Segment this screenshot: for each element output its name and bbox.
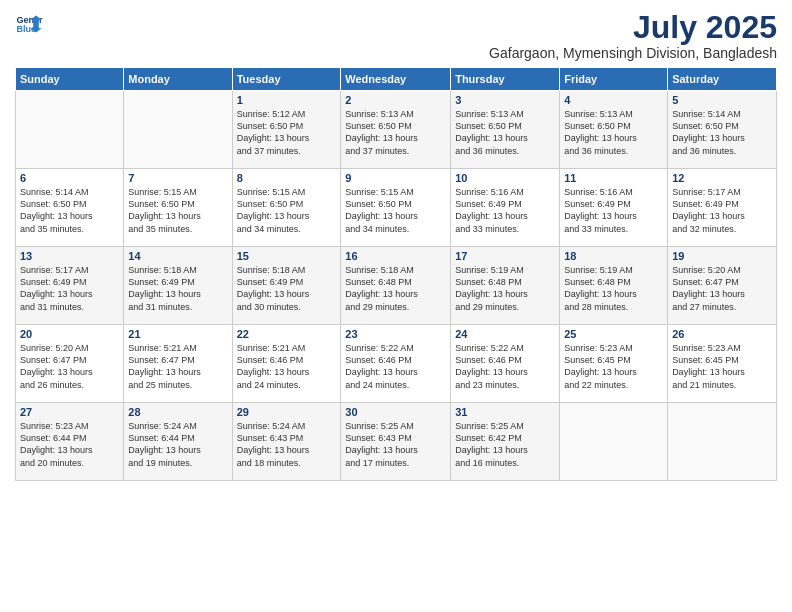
day-cell: 15Sunrise: 5:18 AM Sunset: 6:49 PM Dayli… (232, 247, 341, 325)
day-detail: Sunrise: 5:15 AM Sunset: 6:50 PM Dayligh… (237, 186, 337, 235)
day-number: 3 (455, 94, 555, 106)
day-cell: 13Sunrise: 5:17 AM Sunset: 6:49 PM Dayli… (16, 247, 124, 325)
logo-icon: General Blue (15, 10, 43, 38)
day-cell: 19Sunrise: 5:20 AM Sunset: 6:47 PM Dayli… (668, 247, 777, 325)
page: General Blue July 2025 Gafargaon, Mymens… (0, 0, 792, 612)
day-number: 14 (128, 250, 227, 262)
day-detail: Sunrise: 5:23 AM Sunset: 6:45 PM Dayligh… (564, 342, 663, 391)
day-detail: Sunrise: 5:23 AM Sunset: 6:44 PM Dayligh… (20, 420, 119, 469)
day-cell: 12Sunrise: 5:17 AM Sunset: 6:49 PM Dayli… (668, 169, 777, 247)
title-block: July 2025 Gafargaon, Mymensingh Division… (489, 10, 777, 61)
day-number: 6 (20, 172, 119, 184)
day-cell: 20Sunrise: 5:20 AM Sunset: 6:47 PM Dayli… (16, 325, 124, 403)
day-number: 19 (672, 250, 772, 262)
day-number: 11 (564, 172, 663, 184)
day-detail: Sunrise: 5:14 AM Sunset: 6:50 PM Dayligh… (672, 108, 772, 157)
week-row-4: 27Sunrise: 5:23 AM Sunset: 6:44 PM Dayli… (16, 403, 777, 481)
day-number: 18 (564, 250, 663, 262)
day-cell (124, 91, 232, 169)
main-title: July 2025 (489, 10, 777, 45)
weekday-thursday: Thursday (451, 68, 560, 91)
day-detail: Sunrise: 5:18 AM Sunset: 6:48 PM Dayligh… (345, 264, 446, 313)
day-number: 17 (455, 250, 555, 262)
week-row-2: 13Sunrise: 5:17 AM Sunset: 6:49 PM Dayli… (16, 247, 777, 325)
day-number: 4 (564, 94, 663, 106)
day-cell (668, 403, 777, 481)
day-cell: 31Sunrise: 5:25 AM Sunset: 6:42 PM Dayli… (451, 403, 560, 481)
weekday-saturday: Saturday (668, 68, 777, 91)
day-number: 13 (20, 250, 119, 262)
day-cell: 1Sunrise: 5:12 AM Sunset: 6:50 PM Daylig… (232, 91, 341, 169)
day-number: 7 (128, 172, 227, 184)
day-number: 25 (564, 328, 663, 340)
day-cell: 10Sunrise: 5:16 AM Sunset: 6:49 PM Dayli… (451, 169, 560, 247)
day-number: 1 (237, 94, 337, 106)
day-detail: Sunrise: 5:14 AM Sunset: 6:50 PM Dayligh… (20, 186, 119, 235)
day-detail: Sunrise: 5:15 AM Sunset: 6:50 PM Dayligh… (128, 186, 227, 235)
day-detail: Sunrise: 5:22 AM Sunset: 6:46 PM Dayligh… (345, 342, 446, 391)
day-number: 8 (237, 172, 337, 184)
day-cell: 22Sunrise: 5:21 AM Sunset: 6:46 PM Dayli… (232, 325, 341, 403)
day-detail: Sunrise: 5:25 AM Sunset: 6:43 PM Dayligh… (345, 420, 446, 469)
day-detail: Sunrise: 5:13 AM Sunset: 6:50 PM Dayligh… (345, 108, 446, 157)
day-detail: Sunrise: 5:20 AM Sunset: 6:47 PM Dayligh… (20, 342, 119, 391)
calendar-body: 1Sunrise: 5:12 AM Sunset: 6:50 PM Daylig… (16, 91, 777, 481)
day-number: 29 (237, 406, 337, 418)
day-detail: Sunrise: 5:21 AM Sunset: 6:46 PM Dayligh… (237, 342, 337, 391)
weekday-wednesday: Wednesday (341, 68, 451, 91)
day-number: 31 (455, 406, 555, 418)
weekday-monday: Monday (124, 68, 232, 91)
day-number: 15 (237, 250, 337, 262)
day-number: 5 (672, 94, 772, 106)
calendar-table: SundayMondayTuesdayWednesdayThursdayFrid… (15, 67, 777, 481)
day-detail: Sunrise: 5:13 AM Sunset: 6:50 PM Dayligh… (455, 108, 555, 157)
day-number: 30 (345, 406, 446, 418)
day-detail: Sunrise: 5:25 AM Sunset: 6:42 PM Dayligh… (455, 420, 555, 469)
day-number: 28 (128, 406, 227, 418)
weekday-row: SundayMondayTuesdayWednesdayThursdayFrid… (16, 68, 777, 91)
day-cell: 8Sunrise: 5:15 AM Sunset: 6:50 PM Daylig… (232, 169, 341, 247)
weekday-friday: Friday (560, 68, 668, 91)
day-detail: Sunrise: 5:23 AM Sunset: 6:45 PM Dayligh… (672, 342, 772, 391)
day-cell: 11Sunrise: 5:16 AM Sunset: 6:49 PM Dayli… (560, 169, 668, 247)
day-detail: Sunrise: 5:20 AM Sunset: 6:47 PM Dayligh… (672, 264, 772, 313)
day-detail: Sunrise: 5:15 AM Sunset: 6:50 PM Dayligh… (345, 186, 446, 235)
day-number: 10 (455, 172, 555, 184)
day-cell: 6Sunrise: 5:14 AM Sunset: 6:50 PM Daylig… (16, 169, 124, 247)
day-number: 22 (237, 328, 337, 340)
week-row-1: 6Sunrise: 5:14 AM Sunset: 6:50 PM Daylig… (16, 169, 777, 247)
day-number: 16 (345, 250, 446, 262)
day-number: 26 (672, 328, 772, 340)
day-cell: 3Sunrise: 5:13 AM Sunset: 6:50 PM Daylig… (451, 91, 560, 169)
day-detail: Sunrise: 5:12 AM Sunset: 6:50 PM Dayligh… (237, 108, 337, 157)
day-detail: Sunrise: 5:24 AM Sunset: 6:44 PM Dayligh… (128, 420, 227, 469)
day-detail: Sunrise: 5:16 AM Sunset: 6:49 PM Dayligh… (564, 186, 663, 235)
day-number: 2 (345, 94, 446, 106)
day-detail: Sunrise: 5:19 AM Sunset: 6:48 PM Dayligh… (455, 264, 555, 313)
day-cell: 26Sunrise: 5:23 AM Sunset: 6:45 PM Dayli… (668, 325, 777, 403)
day-cell: 7Sunrise: 5:15 AM Sunset: 6:50 PM Daylig… (124, 169, 232, 247)
day-cell: 30Sunrise: 5:25 AM Sunset: 6:43 PM Dayli… (341, 403, 451, 481)
day-cell: 9Sunrise: 5:15 AM Sunset: 6:50 PM Daylig… (341, 169, 451, 247)
weekday-tuesday: Tuesday (232, 68, 341, 91)
day-cell: 5Sunrise: 5:14 AM Sunset: 6:50 PM Daylig… (668, 91, 777, 169)
day-detail: Sunrise: 5:18 AM Sunset: 6:49 PM Dayligh… (237, 264, 337, 313)
header: General Blue July 2025 Gafargaon, Mymens… (15, 10, 777, 61)
day-detail: Sunrise: 5:13 AM Sunset: 6:50 PM Dayligh… (564, 108, 663, 157)
day-cell: 14Sunrise: 5:18 AM Sunset: 6:49 PM Dayli… (124, 247, 232, 325)
day-cell: 2Sunrise: 5:13 AM Sunset: 6:50 PM Daylig… (341, 91, 451, 169)
day-cell: 24Sunrise: 5:22 AM Sunset: 6:46 PM Dayli… (451, 325, 560, 403)
day-cell: 16Sunrise: 5:18 AM Sunset: 6:48 PM Dayli… (341, 247, 451, 325)
day-detail: Sunrise: 5:24 AM Sunset: 6:43 PM Dayligh… (237, 420, 337, 469)
day-cell: 4Sunrise: 5:13 AM Sunset: 6:50 PM Daylig… (560, 91, 668, 169)
day-number: 23 (345, 328, 446, 340)
day-number: 24 (455, 328, 555, 340)
day-number: 27 (20, 406, 119, 418)
day-detail: Sunrise: 5:19 AM Sunset: 6:48 PM Dayligh… (564, 264, 663, 313)
day-detail: Sunrise: 5:22 AM Sunset: 6:46 PM Dayligh… (455, 342, 555, 391)
day-detail: Sunrise: 5:18 AM Sunset: 6:49 PM Dayligh… (128, 264, 227, 313)
day-cell: 25Sunrise: 5:23 AM Sunset: 6:45 PM Dayli… (560, 325, 668, 403)
day-cell (560, 403, 668, 481)
day-number: 20 (20, 328, 119, 340)
day-detail: Sunrise: 5:17 AM Sunset: 6:49 PM Dayligh… (672, 186, 772, 235)
